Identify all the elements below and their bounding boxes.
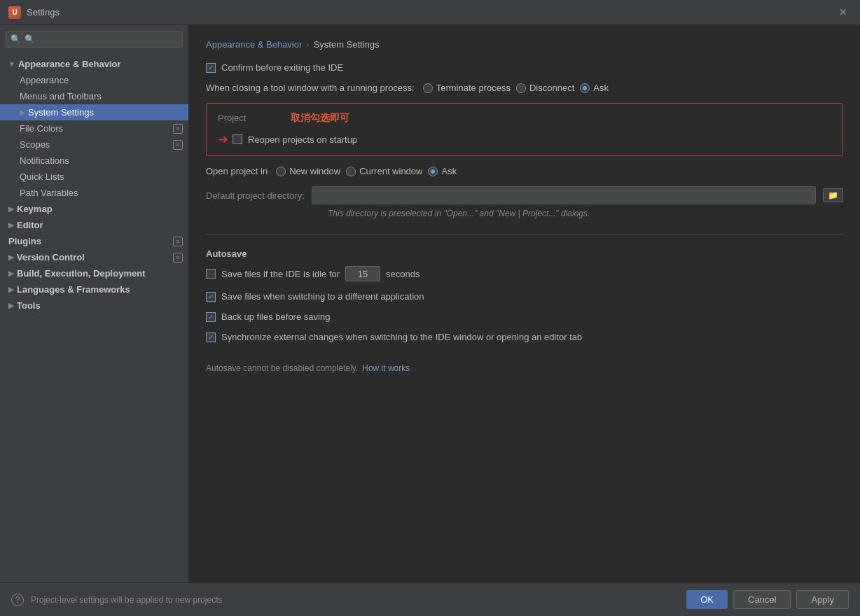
cancel-button[interactable]: Cancel xyxy=(733,590,791,609)
sidebar-item-editor[interactable]: ▶ Editor xyxy=(0,217,188,233)
save-switching-checkbox-wrap[interactable]: Save files when switching to a different… xyxy=(206,291,424,302)
sidebar-label-editor: Editor xyxy=(17,220,43,230)
badge-icon-plugins: ≡ xyxy=(173,237,183,246)
search-input[interactable] xyxy=(6,31,183,48)
breadcrumb-separator: › xyxy=(306,39,309,50)
sidebar-item-languages[interactable]: ▶ Languages & Frameworks xyxy=(0,281,188,298)
sidebar-item-notifications[interactable]: Notifications xyxy=(0,153,188,169)
sidebar-item-file-colors[interactable]: File Colors ≡ xyxy=(0,120,188,136)
reopen-label: Reopen projects on startup xyxy=(248,134,357,145)
backup-label: Back up files before saving xyxy=(221,312,330,322)
sidebar-item-build[interactable]: ▶ Build, Execution, Deployment xyxy=(0,265,188,281)
footer-buttons: OK Cancel Apply xyxy=(686,590,849,609)
radio-btn-disconnect[interactable] xyxy=(516,83,526,93)
sidebar-label-scopes: Scopes xyxy=(20,139,50,150)
sync-row: Synchronize external changes when switch… xyxy=(206,332,843,342)
save-idle-seconds-input[interactable] xyxy=(345,266,380,281)
sidebar-item-tools[interactable]: ▶ Tools xyxy=(0,298,188,314)
sidebar-item-appearance[interactable]: Appearance xyxy=(0,72,188,88)
sidebar-tree: ▼ Appearance & Behavior Appearance Menus… xyxy=(0,53,188,582)
radio-btn-new-window[interactable] xyxy=(276,167,286,176)
radio-label-ask: Ask xyxy=(593,83,609,93)
sidebar-label-keymap: Keymap xyxy=(17,204,53,214)
breadcrumb-part1[interactable]: Appearance & Behavior xyxy=(206,39,302,50)
radio-btn-current-window[interactable] xyxy=(346,167,356,176)
autosave-note-row: Autosave cannot be disabled completely. … xyxy=(206,363,843,373)
close-tool-label: When closing a tool window with a runnin… xyxy=(206,83,415,93)
sync-checkbox[interactable] xyxy=(206,332,216,342)
backup-checkbox[interactable] xyxy=(206,312,216,322)
save-switching-label: Save files when switching to a different… xyxy=(221,291,424,302)
save-idle-checkbox[interactable] xyxy=(206,269,216,279)
radio-label-new-window: New window xyxy=(289,166,340,176)
reopen-checkbox[interactable] xyxy=(233,134,242,144)
close-button[interactable]: ✕ xyxy=(834,4,852,20)
reopen-row: ➜ Reopen projects on startup xyxy=(218,132,831,147)
reopen-checkbox-wrap[interactable]: Reopen projects on startup xyxy=(233,134,357,145)
sidebar-label-appearance-behavior: Appearance & Behavior xyxy=(18,59,121,69)
backup-row: Back up files before saving xyxy=(206,312,843,322)
sidebar-item-scopes[interactable]: Scopes ≡ xyxy=(0,136,188,153)
vc-badge: ≡ xyxy=(173,253,183,262)
scopes-badge: ≡ xyxy=(173,140,183,150)
sidebar-item-quick-lists[interactable]: Quick Lists xyxy=(0,169,188,185)
divider xyxy=(206,234,843,234)
ok-button[interactable]: OK xyxy=(686,590,728,609)
expand-icon-system: ▶ xyxy=(20,108,25,116)
radio-current-window[interactable]: Current window xyxy=(346,166,422,176)
apply-button[interactable]: Apply xyxy=(796,590,849,609)
breadcrumb-part2: System Settings xyxy=(314,39,380,50)
expand-icon-tools: ▶ xyxy=(8,302,14,309)
radio-new-window[interactable]: New window xyxy=(276,166,340,176)
confirm-exit-checkbox[interactable] xyxy=(206,63,216,73)
sidebar-item-path-variables[interactable]: Path Variables xyxy=(0,185,188,201)
radio-terminate[interactable]: Terminate process xyxy=(423,83,511,93)
confirm-exit-label: Confirm before exiting the IDE xyxy=(221,62,343,73)
radio-ask[interactable]: Ask xyxy=(580,83,609,93)
sidebar-item-system-settings[interactable]: ▶ System Settings xyxy=(0,104,188,120)
red-arrow-icon: ➜ xyxy=(218,132,228,147)
save-idle-suffix: seconds xyxy=(386,269,419,279)
radio-ask-project[interactable]: Ask xyxy=(428,166,457,176)
sidebar-label-languages: Languages & Frameworks xyxy=(17,284,130,295)
sidebar-item-keymap[interactable]: ▶ Keymap xyxy=(0,201,188,217)
help-icon[interactable]: ? xyxy=(11,594,24,606)
confirm-exit-checkbox-wrap[interactable]: Confirm before exiting the IDE xyxy=(206,62,343,73)
footer-left: ? Project-level settings will be applied… xyxy=(11,594,222,606)
radio-btn-ask[interactable] xyxy=(580,83,590,93)
expand-icon: ▼ xyxy=(8,60,15,68)
sidebar-label-system-settings: System Settings xyxy=(28,107,94,118)
project-section-label: Project xyxy=(218,113,246,123)
open-project-label: Open project in xyxy=(206,166,268,176)
footer: ? Project-level settings will be applied… xyxy=(0,582,860,616)
sidebar-label-menus: Menus and Toolbars xyxy=(20,91,102,102)
radio-label-current-window: Current window xyxy=(359,166,422,176)
content-area: Appearance & Behavior › System Settings … xyxy=(189,25,860,582)
radio-disconnect[interactable]: Disconnect xyxy=(516,83,574,93)
dir-browse-button[interactable]: 📁 xyxy=(823,188,843,202)
sync-checkbox-wrap[interactable]: Synchronize external changes when switch… xyxy=(206,332,582,342)
default-dir-input[interactable] xyxy=(312,186,816,204)
backup-checkbox-wrap[interactable]: Back up files before saving xyxy=(206,312,330,322)
sidebar-item-menus-toolbars[interactable]: Menus and Toolbars xyxy=(0,88,188,104)
how-it-works-link[interactable]: How it works xyxy=(362,363,410,373)
title-bar-left: U Settings xyxy=(8,6,60,19)
sidebar-label-version-control: Version Control xyxy=(17,252,85,262)
default-dir-label: Default project directory: xyxy=(206,190,305,201)
sidebar-item-version-control[interactable]: ▶ Version Control ≡ xyxy=(0,249,188,265)
save-idle-checkbox-wrap[interactable]: Save files if the IDE is idle for xyxy=(206,269,340,279)
annotation-text: 取消勾选即可 xyxy=(291,112,349,123)
radio-btn-terminate[interactable] xyxy=(423,83,433,93)
radio-btn-ask-project[interactable] xyxy=(428,167,438,176)
window-title: Settings xyxy=(27,7,60,18)
badge-icon-vc: ≡ xyxy=(173,253,183,262)
sidebar: 🔍 ▼ Appearance & Behavior Appearance Men… xyxy=(0,25,189,582)
expand-icon-lang: ▶ xyxy=(8,286,14,293)
sidebar-item-appearance-behavior[interactable]: ▼ Appearance & Behavior xyxy=(0,56,188,72)
sidebar-label-plugins: Plugins xyxy=(8,236,41,246)
sidebar-item-plugins[interactable]: Plugins ≡ xyxy=(0,233,188,249)
default-dir-hint: This directory is preselected in "Open..… xyxy=(206,209,843,218)
sidebar-label-appearance: Appearance xyxy=(20,75,69,85)
sidebar-label-quick-lists: Quick Lists xyxy=(20,172,64,182)
save-switching-checkbox[interactable] xyxy=(206,292,216,302)
